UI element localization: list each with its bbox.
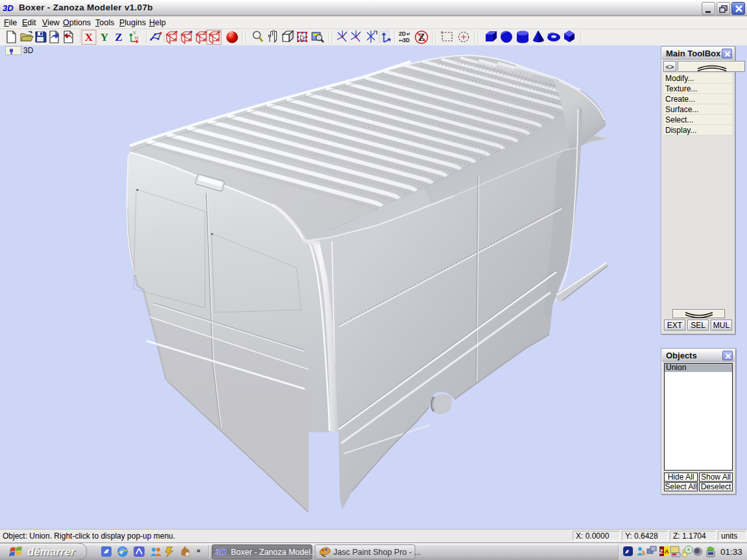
svg-text:V: V (133, 30, 136, 35)
svg-text:3D: 3D (3, 3, 14, 13)
svg-text:Jasc Paint Shop Pro - ...: Jasc Paint Shop Pro - ... (333, 548, 421, 557)
svg-text:2D: 2D (399, 30, 406, 37)
svg-text:»: » (196, 546, 200, 554)
svg-text:3D: 3D (215, 547, 227, 557)
svg-text:3D: 3D (403, 37, 410, 43)
svg-text:Y: Y (101, 31, 108, 43)
svg-text:01:33: 01:33 (720, 547, 742, 557)
svg-text:Z: Z (115, 31, 122, 43)
svg-text:A: A (665, 548, 669, 555)
svg-text:↵: ↵ (407, 32, 410, 36)
svg-text:démarrer: démarrer (27, 546, 76, 558)
svg-text:X: X (85, 31, 93, 43)
svg-text:Boxer - Zanoza Model...: Boxer - Zanoza Model... (231, 548, 317, 557)
svg-text:H: H (135, 36, 138, 40)
svg-text:Z: Z (659, 548, 663, 555)
svg-text:e: e (120, 548, 123, 555)
